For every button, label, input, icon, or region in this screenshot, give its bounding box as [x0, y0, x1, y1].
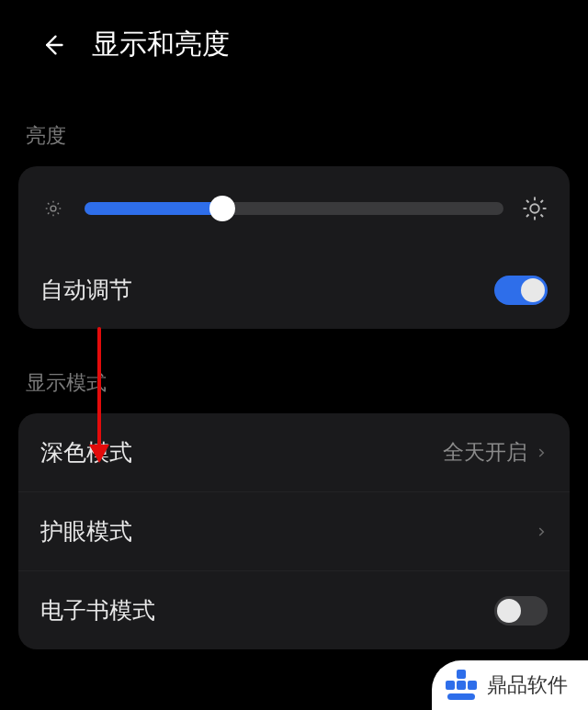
- svg-line-8: [48, 213, 49, 214]
- section-displaymode-label: 显示模式: [0, 329, 588, 413]
- back-icon[interactable]: [39, 31, 66, 59]
- svg-line-18: [541, 200, 544, 203]
- svg-rect-21: [446, 681, 455, 690]
- sun-large-icon: [520, 194, 549, 223]
- ebook-mode-row: 电子书模式: [18, 570, 570, 649]
- eyecare-right: [535, 525, 548, 538]
- svg-line-6: [48, 203, 49, 204]
- auto-brightness-toggle[interactable]: [494, 276, 548, 305]
- displaymode-card: 深色模式 全天开启 护眼模式 电子书模式: [18, 413, 570, 649]
- auto-brightness-row: 自动调节: [18, 251, 570, 329]
- svg-line-7: [58, 213, 59, 214]
- dark-mode-value-wrap: 全天开启: [443, 438, 548, 467]
- watermark-text: 鼎品软件: [487, 671, 568, 699]
- svg-line-17: [526, 215, 529, 218]
- section-brightness-label: 亮度: [0, 82, 588, 166]
- dark-mode-label: 深色模式: [40, 437, 132, 468]
- brightness-slider-fill: [85, 202, 222, 215]
- dark-mode-row[interactable]: 深色模式 全天开启: [18, 413, 570, 491]
- eyecare-mode-label: 护眼模式: [40, 516, 132, 547]
- ebook-mode-toggle[interactable]: [494, 596, 548, 625]
- ebook-mode-label: 电子书模式: [40, 595, 155, 625]
- brightness-card: 自动调节: [18, 166, 570, 329]
- svg-point-1: [51, 206, 56, 211]
- chevron-right-icon: [535, 446, 548, 459]
- logo-icon: [445, 669, 478, 702]
- svg-line-9: [58, 203, 59, 204]
- watermark: 鼎品软件: [432, 660, 588, 710]
- svg-point-10: [530, 204, 539, 213]
- dark-mode-value: 全天开启: [443, 438, 527, 467]
- svg-line-16: [541, 215, 544, 218]
- eyecare-mode-row[interactable]: 护眼模式: [18, 491, 570, 570]
- brightness-slider-thumb[interactable]: [209, 196, 235, 221]
- svg-line-15: [526, 200, 529, 203]
- svg-rect-19: [457, 670, 466, 679]
- brightness-slider-row: [18, 166, 570, 251]
- chevron-right-icon: [535, 525, 548, 538]
- sun-small-icon: [39, 194, 68, 223]
- svg-rect-23: [447, 693, 475, 700]
- svg-rect-20: [457, 681, 466, 690]
- auto-brightness-label: 自动调节: [40, 275, 132, 305]
- brightness-slider[interactable]: [85, 202, 503, 215]
- page-title: 显示和亮度: [92, 26, 230, 63]
- svg-rect-22: [468, 681, 477, 690]
